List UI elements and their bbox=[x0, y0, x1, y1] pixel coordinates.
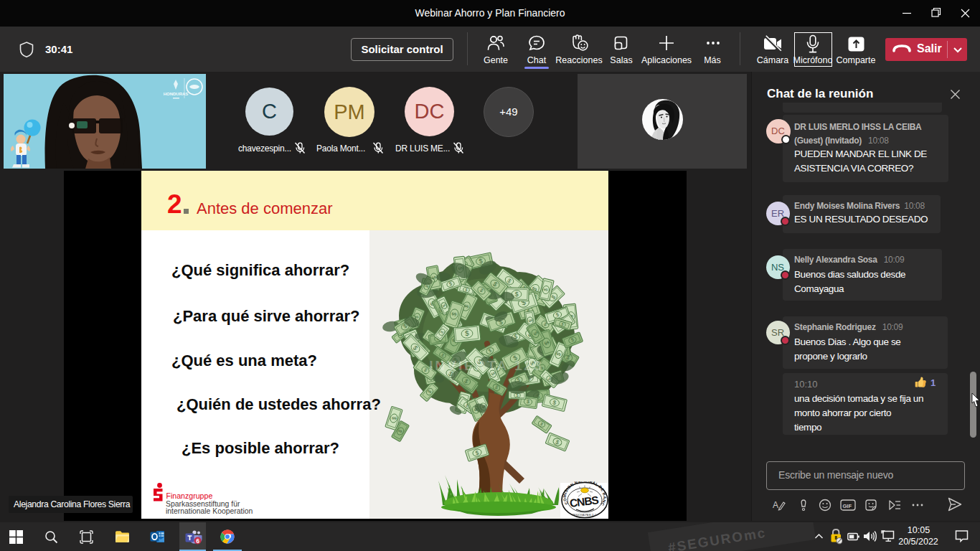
svg-text:A: A bbox=[773, 500, 778, 510]
svg-text:GIF: GIF bbox=[843, 503, 852, 509]
svg-text:TEGUCIGALPA M. D. C.: TEGUCIGALPA M. D. C. bbox=[573, 514, 598, 517]
svg-text:internationale Kooperation: internationale Kooperation bbox=[166, 507, 253, 515]
svg-text:Finanzgruppe: Finanzgruppe bbox=[166, 491, 213, 500]
svg-text:6: 6 bbox=[196, 537, 199, 545]
svg-text:$: $ bbox=[514, 291, 518, 298]
svg-text:INVIERTA 123: INVIERTA 123 bbox=[429, 358, 544, 373]
